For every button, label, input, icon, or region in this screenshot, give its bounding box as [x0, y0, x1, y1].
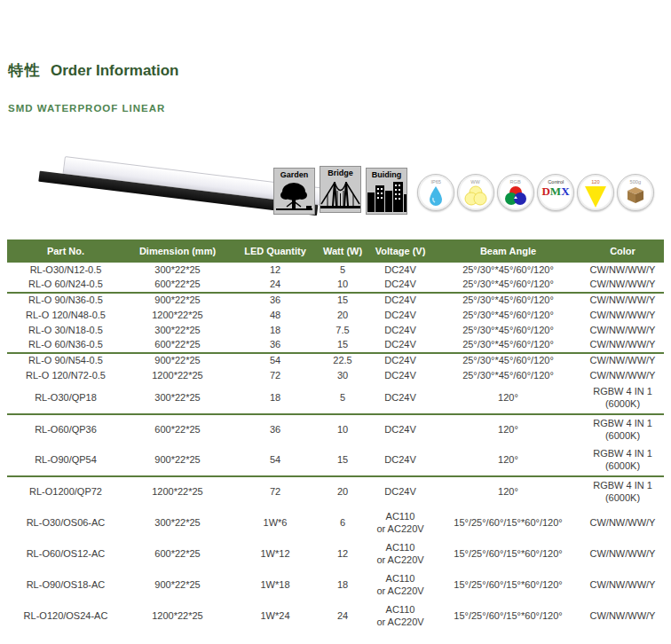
voltage-cell: AC110or AC220V [366, 601, 435, 632]
watt-cell: 6 [320, 507, 366, 538]
feature-icon-ww: WW [457, 174, 494, 211]
watt-cell: 15 [320, 338, 366, 353]
voltage-cell: DC24V [366, 445, 435, 476]
color-cell: CW/NW/WW/Y [581, 263, 664, 278]
watt-cell: 20 [320, 308, 366, 323]
watt-cell: 7.5 [320, 323, 366, 338]
voltage-cell: DC24V [366, 338, 435, 353]
table-row: RL-O30/QP18300*22*25185DC24V120°RGBW 4 I… [7, 383, 664, 414]
part-no-cell: RL-O120/OS24-AC [7, 601, 124, 632]
beam-120-label: 120 [591, 179, 599, 185]
tree-icon [274, 180, 314, 214]
beam-angle-cell: 120° [435, 414, 581, 445]
dmx-icon: DMX [541, 185, 569, 197]
watt-cell: 5 [320, 263, 366, 278]
part-no-cell: RL-O30/QP18 [7, 383, 124, 414]
led-qty-cell: 36 [231, 338, 320, 353]
feature-icon-dmx: Control DMX [537, 174, 574, 211]
table-row: RL-O 120/N72-0.51200*22*257230DC24V25°/3… [7, 368, 664, 383]
color-cell: RGBW 4 IN 1(6000K) [581, 383, 664, 414]
table-row: RL-O 30/N18-0.5300*22*25187.5DC24V25°/30… [7, 323, 664, 338]
column-header: Watt (W) [320, 240, 366, 263]
dimension-cell: 1200*22*25 [124, 308, 231, 323]
table-row: RL-O90/OS18-AC900*22*251W*1818AC110or AC… [7, 569, 664, 601]
header-row: Part No.Dimension (mm)LED QuantityWatt (… [7, 240, 664, 263]
bridge-label: Bridge [320, 167, 360, 178]
page-title-zh: 特性 [8, 62, 42, 79]
column-header: Color [581, 240, 664, 263]
page-title-en: Order Information [51, 62, 179, 79]
led-qty-cell: 12 [231, 263, 320, 278]
voltage-cell: DC24V [366, 414, 435, 445]
dimension-cell: 300*22*25 [124, 507, 231, 538]
watt-cell: 12 [320, 538, 366, 569]
color-cell: CW/NW/WW/Y [581, 323, 664, 338]
beam-angle-cell: 15°/25°/60°/15°*60°/120° [435, 601, 581, 632]
color-cell: CW/NW/WW/Y [581, 353, 664, 368]
ip65-label: IP65 [430, 179, 441, 185]
color-cell: CW/NW/WW/Y [581, 278, 664, 293]
voltage-cell: AC110or AC220V [366, 507, 435, 538]
watt-cell: 10 [320, 414, 366, 445]
voltage-cell: DC24V [366, 383, 435, 414]
watt-cell: 15 [320, 445, 366, 476]
led-qty-cell: 1W*12 [231, 538, 320, 569]
part-no-cell: RL-O 90/N54-0.5 [7, 353, 124, 368]
page-title: 特性Order Information [8, 60, 179, 81]
voltage-cell: DC24V [366, 476, 435, 507]
application-icon-garden: Garden [273, 168, 315, 215]
part-no-cell: RL-O 120/N72-0.5 [7, 368, 124, 383]
dimension-cell: 900*22*25 [124, 569, 231, 601]
column-header: Part No. [7, 240, 124, 263]
led-qty-cell: 72 [231, 476, 320, 507]
page-subtitle: SMD WATERPROOF LINEAR [8, 103, 165, 114]
beam-angle-cell: 25°/30°*45°/60°/120° [435, 353, 581, 368]
part-no-cell: RL-O90/QP54 [7, 445, 124, 476]
table-row: RL-O60/OS12-AC600*22*251W*1212AC110or AC… [7, 538, 664, 569]
garden-label: Garden [274, 169, 314, 180]
table-row: RL-O 90/N36-0.5900*22*253615DC24V25°/30°… [7, 293, 664, 308]
application-icon-building: Buiding [366, 168, 407, 215]
led-qty-cell: 36 [231, 414, 320, 445]
voltage-cell: DC24V [366, 323, 435, 338]
watt-cell: 30 [320, 368, 366, 383]
ww-label: WW [471, 179, 481, 185]
color-cell: RGBW 4 IN 1(6000K) [581, 414, 664, 445]
dmx-letter-d: D [541, 185, 549, 198]
weight-label: 500g [630, 179, 641, 185]
led-qty-cell: 1W*24 [231, 601, 320, 632]
voltage-cell: DC24V [366, 263, 435, 278]
table-row: RL-O30/OS06-AC300*22*251W*66AC110or AC22… [7, 507, 664, 538]
part-no-cell: RL-O 60/N36-0.5 [7, 338, 124, 353]
part-no-cell: RL-O 30/N18-0.5 [7, 323, 124, 338]
beam-angle-cell: 120° [435, 383, 581, 414]
led-qty-cell: 24 [231, 278, 320, 293]
part-no-cell: RL-O60/QP36 [7, 414, 124, 445]
part-no-cell: RL-O 60/N24-0.5 [7, 278, 124, 293]
voltage-cell: DC24V [366, 308, 435, 323]
beam-angle-cell: 120° [435, 476, 581, 507]
voltage-cell: DC24V [366, 368, 435, 383]
column-header: Dimension (mm) [124, 240, 231, 263]
table-row: RL-O30/N12-0.5300*22*25125DC24V25°/30°*4… [7, 263, 664, 278]
led-qty-cell: 18 [231, 383, 320, 414]
dmx-letter-m: M [550, 185, 561, 198]
led-qty-cell: 36 [231, 293, 320, 308]
watt-cell: 18 [320, 569, 366, 601]
led-qty-cell: 72 [231, 368, 320, 383]
led-qty-cell: 54 [231, 353, 320, 368]
beam-angle-cell: 25°/30°*45°/60°/120° [435, 263, 581, 278]
beam-angle-cell: 25°/30°*45°/60°/120° [435, 338, 581, 353]
table-row: RL-O 60/N24-0.5600*22*252410DC24V25°/30°… [7, 278, 664, 293]
dimension-cell: 900*22*25 [124, 293, 231, 308]
dimension-cell: 600*22*25 [124, 338, 231, 353]
color-cell: RGBW 4 IN 1(6000K) [581, 445, 664, 476]
part-no-cell: RL-O90/OS18-AC [7, 569, 124, 601]
dimension-cell: 900*22*25 [124, 445, 231, 476]
led-qty-cell: 1W*18 [231, 569, 320, 601]
bridge-icon [320, 178, 360, 212]
catalog-page: 特性Order Information SMD WATERPROOF LINEA… [0, 0, 671, 644]
beam-angle-cell: 25°/30°*45°/60°/120° [435, 308, 581, 323]
dimension-cell: 600*22*25 [124, 414, 231, 445]
voltage-cell: DC24V [366, 278, 435, 293]
